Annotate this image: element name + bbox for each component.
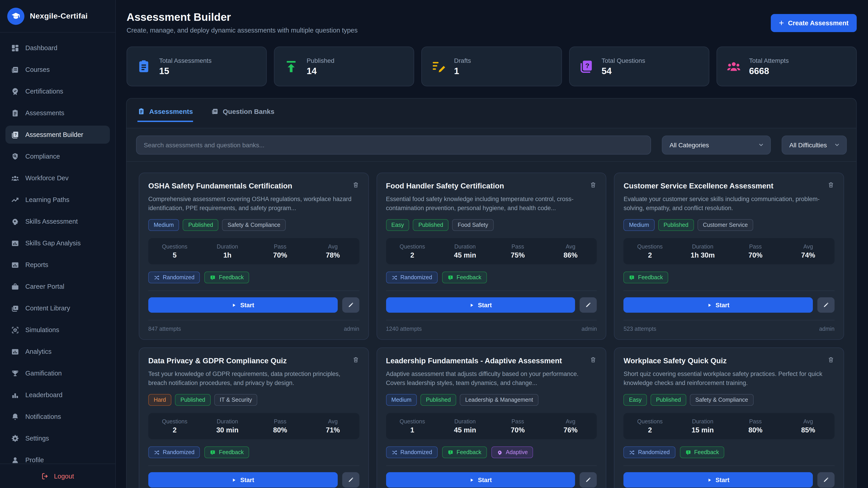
edit-button[interactable] — [817, 297, 835, 313]
clipboard-icon — [137, 107, 145, 115]
duration-value: 30 min — [201, 426, 254, 434]
assessment-card: Customer Service Excellence Assessment E… — [614, 173, 844, 340]
sidebar-item-label: Learning Paths — [25, 196, 69, 203]
sidebar-item-label: Dashboard — [25, 44, 57, 52]
clipboard-icon — [136, 59, 151, 74]
feedback-tag: Feedback — [204, 271, 249, 283]
edit-button[interactable] — [342, 472, 359, 488]
delete-icon[interactable] — [827, 181, 835, 188]
delete-icon[interactable] — [352, 356, 359, 363]
delete-icon[interactable] — [590, 356, 597, 363]
stat-label: Total Questions — [601, 57, 645, 64]
edit-button[interactable] — [817, 472, 835, 488]
start-button[interactable]: Start — [148, 472, 338, 488]
tab-question-banks[interactable]: Question Banks — [211, 98, 274, 121]
logout-button[interactable]: Logout — [0, 464, 115, 488]
delete-icon[interactable] — [827, 356, 835, 363]
sidebar-item-compliance[interactable]: Compliance — [5, 147, 110, 165]
sidebar-item-courses[interactable]: Courses — [5, 61, 110, 78]
shuffle-icon — [629, 449, 635, 455]
sidebar-item-workforce-dev[interactable]: Workforce Dev — [5, 169, 110, 187]
category-filter-dropdown[interactable]: All Categories — [662, 135, 771, 154]
sidebar-item-leaderboard[interactable]: Leaderboard — [5, 386, 110, 404]
analytics-icon — [11, 347, 20, 356]
card-description: Adaptive assessment that adjusts difficu… — [386, 369, 597, 388]
delete-icon[interactable] — [590, 181, 597, 188]
sidebar-item-profile[interactable]: Profile — [5, 451, 110, 464]
duration-value: 1h — [201, 251, 254, 259]
questions-value: 2 — [386, 251, 438, 259]
sidebar-item-dashboard[interactable]: Dashboard — [5, 39, 110, 57]
create-assessment-button[interactable]: + Create Assessment — [771, 14, 857, 32]
start-button[interactable]: Start — [386, 472, 575, 488]
card-description: Short quiz covering essential workplace … — [624, 369, 835, 388]
chevron-down-icon — [758, 141, 765, 148]
sidebar-item-assessment-builder[interactable]: Assessment Builder — [5, 126, 110, 144]
sidebar-item-notifications[interactable]: Notifications — [5, 408, 110, 426]
pencil-icon — [585, 477, 592, 483]
delete-icon[interactable] — [352, 181, 359, 188]
stat-label: Drafts — [454, 57, 471, 64]
pass-value: 70% — [491, 426, 544, 434]
stats-row: Total Assessments 15 Published 14 Drafts… — [116, 34, 868, 86]
edit-button[interactable] — [580, 297, 597, 313]
sidebar-item-settings[interactable]: Settings — [5, 429, 110, 447]
start-button[interactable]: Start — [624, 472, 813, 488]
sidebar-item-gamification[interactable]: Gamification — [5, 364, 110, 382]
start-button[interactable]: Start — [148, 297, 338, 313]
card-title: OSHA Safety Fundamentals Certification — [148, 181, 292, 191]
user-icon — [11, 456, 20, 464]
tab-assessments[interactable]: Assessments — [137, 98, 193, 122]
sidebar-item-skills-gap-analysis[interactable]: Skills Gap Analysis — [5, 234, 110, 252]
start-button[interactable]: Start — [624, 297, 813, 313]
shuffle-icon — [154, 274, 160, 281]
shuffle-icon — [391, 449, 397, 455]
card-description: Essential food safety knowledge includin… — [386, 195, 597, 213]
card-stats: Questions2 Duration30 min Pass80% Avg71% — [148, 413, 359, 439]
edit-button[interactable] — [342, 297, 359, 313]
category-badge: Customer Service — [698, 219, 753, 231]
randomized-tag: Randomized — [386, 447, 437, 458]
publish-icon — [283, 59, 299, 74]
start-button[interactable]: Start — [386, 297, 575, 313]
book-icon — [211, 107, 219, 115]
sidebar-item-label: Assessment Builder — [25, 131, 83, 138]
sidebar-item-label: Skills Assessment — [25, 218, 78, 225]
sidebar-item-career-portal[interactable]: Career Portal — [5, 278, 110, 295]
pencil-icon — [585, 302, 592, 308]
sidebar-item-simulations[interactable]: Simulations — [5, 321, 110, 339]
message-icon — [629, 274, 635, 281]
sidebar-item-assessments[interactable]: Assessments — [5, 104, 110, 122]
head-gear-icon — [11, 217, 20, 226]
divider — [624, 465, 835, 466]
create-assessment-label: Create Assessment — [788, 20, 848, 27]
edit-button[interactable] — [580, 472, 597, 488]
sidebar-item-reports[interactable]: Reports — [5, 256, 110, 274]
sidebar-item-label: Compliance — [25, 153, 60, 160]
sidebar-item-learning-paths[interactable]: Learning Paths — [5, 191, 110, 209]
search-input[interactable] — [136, 135, 651, 154]
category-badge: IT & Security — [214, 394, 257, 406]
sidebar-item-certifications[interactable]: Certifications — [5, 82, 110, 100]
category-badge: Food Safety — [452, 219, 494, 231]
sidebar-item-label: Simulations — [25, 326, 59, 333]
sidebar-item-content-library[interactable]: Content Library — [5, 299, 110, 317]
sidebar-item-analytics[interactable]: Analytics — [5, 343, 110, 361]
category-filter-value: All Categories — [670, 141, 709, 149]
questions-value: 1 — [386, 426, 438, 434]
page-subtitle: Create, manage, and deploy dynamic asses… — [127, 27, 358, 34]
difficulty-filter-dropdown[interactable]: All Difficulties — [782, 135, 847, 154]
category-badge: Safety & Compliance — [222, 219, 286, 231]
divider — [386, 465, 597, 466]
card-stats: Questions2 Duration15 min Pass80% Avg85% — [624, 413, 835, 439]
attempts-count: 523 attempts — [624, 326, 656, 332]
card-stats: Questions5 Duration1h Pass70% Avg78% — [148, 238, 359, 264]
avg-value: 74% — [782, 251, 835, 259]
sidebar-item-skills-assessment[interactable]: Skills Assessment — [5, 213, 110, 230]
sidebar: Nexgile-Certifai Dashboard Courses Certi… — [0, 0, 116, 488]
divider — [148, 320, 359, 320]
question-book-icon — [579, 59, 594, 74]
avg-value: 78% — [307, 251, 359, 259]
difficulty-badge: Hard — [148, 394, 171, 406]
sidebar-item-label: Analytics — [25, 348, 52, 355]
